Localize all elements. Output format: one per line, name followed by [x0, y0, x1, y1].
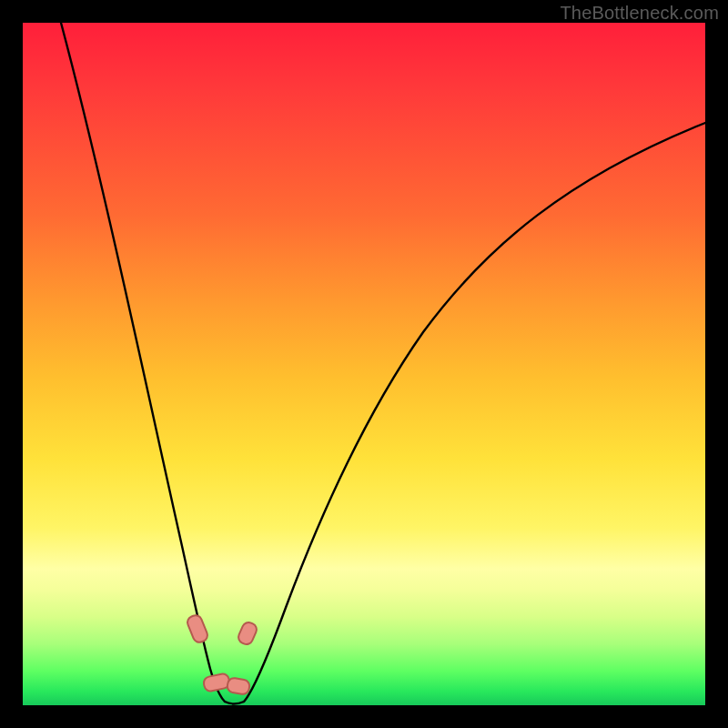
plot-area [23, 23, 705, 705]
bottleneck-curve [23, 23, 705, 705]
attribution-text: TheBottleneck.com [560, 3, 719, 24]
outer-frame: TheBottleneck.com [0, 0, 728, 728]
